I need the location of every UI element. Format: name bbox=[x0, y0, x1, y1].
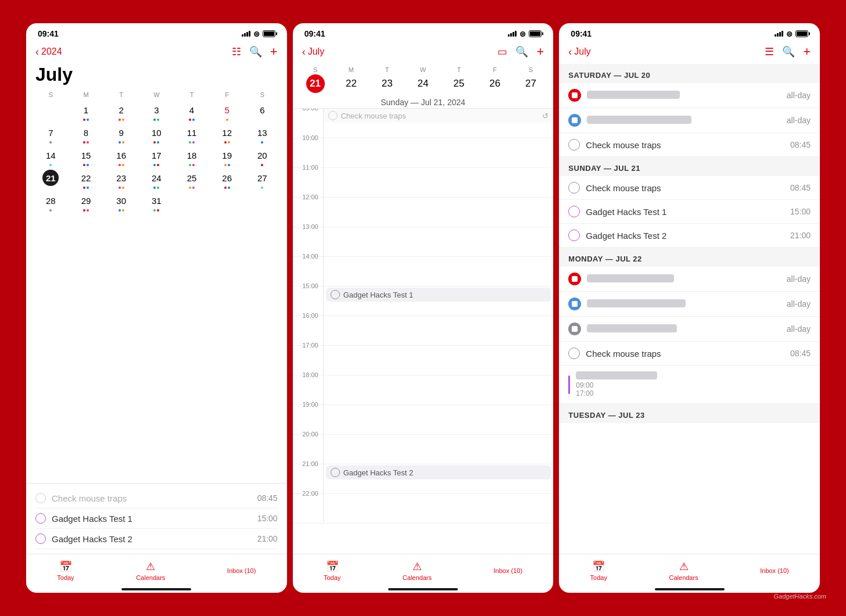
cal-day-13[interactable]: 13 bbox=[245, 123, 280, 145]
cal-day-14[interactable]: 14 bbox=[33, 146, 69, 167]
event-gadget2-1[interactable]: Gadget Hacks Test 2 21:00 bbox=[35, 529, 278, 549]
list-event-mon-purple-bar[interactable]: 09:0017:00 bbox=[559, 366, 820, 404]
signal-icon-2 bbox=[508, 31, 517, 37]
list-icon-3[interactable]: ☰ bbox=[765, 45, 774, 58]
plus-icon-3[interactable]: + bbox=[803, 44, 811, 59]
cal-day-8[interactable]: 8 bbox=[69, 123, 104, 145]
list-event-text-check-mouse-mon: Check mouse traps bbox=[586, 349, 784, 359]
event-text-gadget2-2: Gadget Hacks Test 2 bbox=[343, 468, 413, 477]
cal-day-24[interactable]: 24 bbox=[139, 169, 174, 190]
cal-day-5[interactable]: 5 bbox=[209, 101, 245, 122]
tab-inbox-1[interactable]: Inbox (10) bbox=[227, 567, 256, 574]
week-day-wed[interactable]: W 24 bbox=[405, 66, 441, 93]
tab-today-1[interactable]: 📅 Today bbox=[57, 560, 74, 581]
week-day-num-26: 26 bbox=[486, 74, 504, 93]
cal-day-16[interactable]: 16 bbox=[103, 146, 139, 167]
time-row-0900: 09:00 Check mouse traps ↺ bbox=[293, 109, 554, 138]
search-icon-2[interactable]: 🔍 bbox=[515, 45, 528, 58]
cal-day-29[interactable]: 29 bbox=[69, 191, 104, 213]
list-event-gadget2-3[interactable]: Gadget Hacks Test 2 21:00 bbox=[559, 224, 820, 248]
section-header-tue23: TUESDAY — JUL 23 bbox=[559, 404, 820, 423]
event-time-gadget1-1: 15:00 bbox=[257, 514, 278, 523]
cal-day-27[interactable]: 27 bbox=[245, 169, 280, 190]
cal-day-1[interactable]: 1 bbox=[69, 101, 104, 122]
nav-back-1[interactable]: ‹ 2024 bbox=[35, 46, 62, 58]
tab-today-2[interactable]: 📅 Today bbox=[324, 560, 340, 581]
week-day-tue[interactable]: T 23 bbox=[369, 66, 405, 93]
list-event-blurred-mon-1 bbox=[587, 274, 780, 284]
week-day-label-s1: S bbox=[313, 66, 317, 73]
tab-calendars-2[interactable]: ⚠ Calendars bbox=[403, 560, 432, 581]
plus-icon-1[interactable]: + bbox=[270, 44, 278, 59]
plus-icon-2[interactable]: + bbox=[536, 44, 544, 59]
time-label-2200: 22:00 bbox=[293, 490, 323, 497]
wifi-icon-1: ⊜ bbox=[253, 30, 260, 38]
list-event-mon-2[interactable]: all-day bbox=[559, 292, 820, 317]
cal-day-28[interactable]: 28 bbox=[33, 191, 69, 213]
event-check-mouse-1[interactable]: Check mouse traps 08:45 bbox=[35, 488, 278, 508]
cal-day-20[interactable]: 20 bbox=[245, 146, 280, 167]
list-event-mon-1[interactable]: all-day bbox=[559, 267, 820, 292]
event-gadget1-1[interactable]: Gadget Hacks Test 1 15:00 bbox=[35, 508, 278, 529]
search-icon-1[interactable]: 🔍 bbox=[249, 45, 262, 58]
cal-day-4[interactable]: 4 bbox=[174, 101, 210, 122]
list-event-check-mouse-sat[interactable]: Check mouse traps 08:45 bbox=[559, 133, 820, 157]
cal-day-26[interactable]: 26 bbox=[209, 169, 245, 190]
cal-day-19[interactable]: 19 bbox=[209, 146, 245, 167]
status-time-3: 09:41 bbox=[571, 29, 592, 38]
home-indicator-2 bbox=[388, 588, 458, 590]
cal-day-7[interactable]: 7 bbox=[33, 123, 69, 145]
week-day-sun[interactable]: S 21 bbox=[297, 66, 334, 93]
cal-day-empty3 bbox=[209, 191, 245, 213]
event-gadget1-2[interactable]: Gadget Hacks Test 1 bbox=[326, 288, 551, 302]
cal-day-9[interactable]: 9 bbox=[103, 123, 139, 145]
cal-day-17[interactable]: 17 bbox=[139, 146, 174, 167]
tab-inbox-2[interactable]: Inbox (10) bbox=[494, 567, 523, 574]
nav-back-2[interactable]: ‹ July bbox=[302, 46, 324, 58]
cal-day-23[interactable]: 23 bbox=[103, 169, 139, 190]
back-chevron-2: ‹ bbox=[302, 46, 306, 58]
event-gadget2-2[interactable]: Gadget Hacks Test 2 bbox=[326, 465, 551, 479]
cal-day-18[interactable]: 18 bbox=[174, 146, 210, 167]
list-event-check-mouse-sun[interactable]: Check mouse traps 08:45 bbox=[559, 176, 820, 200]
cal-day-12[interactable]: 12 bbox=[209, 123, 245, 145]
search-icon-3[interactable]: 🔍 bbox=[782, 45, 795, 58]
calendars-icon-1: ⚠ bbox=[146, 560, 155, 573]
list-event-icon-red-mon bbox=[568, 273, 581, 285]
week-day-fri[interactable]: F 26 bbox=[477, 66, 513, 93]
tab-inbox-3[interactable]: Inbox (10) bbox=[760, 567, 789, 574]
list-event-gadget1-3[interactable]: Gadget Hacks Test 1 15:00 bbox=[559, 200, 820, 224]
cal-day-15[interactable]: 15 bbox=[69, 146, 104, 167]
list-event-mon-3[interactable]: all-day bbox=[559, 317, 820, 342]
cal-day-11[interactable]: 11 bbox=[174, 123, 210, 145]
cal-day-10[interactable]: 10 bbox=[139, 123, 174, 145]
week-day-mon[interactable]: M 22 bbox=[333, 66, 369, 93]
cal-day-6[interactable]: 6 bbox=[245, 101, 280, 122]
nav-back-3[interactable]: ‹ July bbox=[568, 46, 590, 58]
grid-icon-1[interactable]: ☷ bbox=[232, 45, 241, 58]
event-circle-reminder-1 bbox=[35, 493, 46, 503]
week-day-thu[interactable]: T 25 bbox=[441, 66, 477, 93]
tab-today-label-3: Today bbox=[590, 574, 607, 581]
list-event-sat-2[interactable]: all-day bbox=[559, 108, 820, 133]
week-day-sat[interactable]: S 27 bbox=[513, 66, 549, 93]
time-label-1600: 16:00 bbox=[293, 312, 323, 319]
time-label-1300: 13:00 bbox=[293, 223, 323, 230]
tab-today-3[interactable]: 📅 Today bbox=[590, 560, 607, 581]
cal-day-21[interactable]: 21 bbox=[33, 169, 69, 190]
event-circle-gadget2-2 bbox=[331, 468, 340, 477]
tab-calendars-1[interactable]: ⚠ Calendars bbox=[136, 560, 165, 581]
calendar-week-icon-2[interactable]: ▭ bbox=[497, 45, 507, 58]
cal-day-22[interactable]: 22 bbox=[69, 169, 104, 190]
cal-day-30[interactable]: 30 bbox=[103, 191, 139, 213]
time-content-2200 bbox=[323, 494, 554, 523]
tab-calendars-3[interactable]: ⚠ Calendars bbox=[669, 560, 698, 581]
list-event-check-mouse-mon[interactable]: Check mouse traps 08:45 bbox=[559, 342, 820, 366]
time-row-2000: 20:00 bbox=[293, 435, 554, 464]
list-event-sat-1[interactable]: all-day bbox=[559, 83, 820, 108]
cal-day-25[interactable]: 25 bbox=[174, 169, 210, 190]
cal-day-31[interactable]: 31 bbox=[139, 191, 174, 213]
cal-day-3[interactable]: 3 bbox=[139, 101, 174, 122]
reminder-check-mouse-2[interactable]: Check mouse traps ↺ bbox=[324, 109, 554, 123]
cal-day-2[interactable]: 2 bbox=[103, 101, 139, 122]
